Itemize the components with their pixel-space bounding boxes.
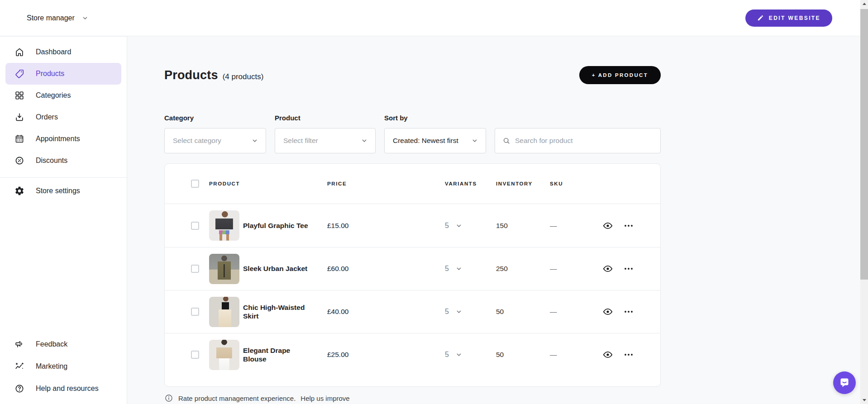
edit-website-button[interactable]: EDIT WEBSITE xyxy=(745,10,832,27)
sort-select[interactable]: Created: Newest first xyxy=(384,128,486,153)
main-content: Products (4 products) + ADD PRODUCT Cate… xyxy=(127,36,860,404)
vertical-scrollbar xyxy=(860,0,868,404)
preview-eye-button[interactable] xyxy=(602,306,613,317)
sidebar: Dashboard Products Categories Orders App… xyxy=(0,36,127,404)
page-title: Products xyxy=(164,68,218,82)
category-select[interactable]: Select category xyxy=(164,128,266,153)
variants-dropdown[interactable]: 5 xyxy=(445,265,496,273)
scroll-up-button[interactable] xyxy=(860,0,868,8)
sidebar-item-dashboard[interactable]: Dashboard xyxy=(0,41,127,63)
workspace-switcher[interactable]: Store manager xyxy=(27,14,89,22)
column-header-product: PRODUCT xyxy=(209,181,327,186)
product-count: (4 products) xyxy=(223,72,264,81)
column-header-inventory: INVENTORY xyxy=(496,181,550,186)
row-menu-button[interactable] xyxy=(623,263,634,274)
trend-sparkle-icon xyxy=(14,361,24,371)
table-row: Sleek Urban Jacket £60.00 5 250 — xyxy=(165,247,660,290)
row-menu-button[interactable] xyxy=(623,349,634,360)
row-menu-button[interactable] xyxy=(623,306,634,317)
home-icon xyxy=(14,47,24,57)
variants-count: 5 xyxy=(445,222,449,230)
row-checkbox[interactable] xyxy=(191,308,199,316)
sidebar-item-feedback[interactable]: Feedback xyxy=(0,333,127,355)
row-menu-button[interactable] xyxy=(623,220,634,231)
edit-website-label: EDIT WEBSITE xyxy=(769,15,820,21)
product-name[interactable]: Playful Graphic Tee xyxy=(243,221,310,230)
scroll-down-button[interactable] xyxy=(860,396,868,404)
sidebar-item-label: Feedback xyxy=(36,340,67,348)
sidebar-item-label: Help and resources xyxy=(36,385,99,393)
product-filter-value: Select filter xyxy=(283,137,318,145)
product-name[interactable]: Elegant Drape Blouse xyxy=(243,346,310,364)
product-inventory: 50 xyxy=(496,308,550,316)
gear-icon xyxy=(14,186,24,196)
sidebar-item-help[interactable]: Help and resources xyxy=(0,377,127,399)
column-header-sku: SKU xyxy=(550,181,602,186)
chevron-down-icon xyxy=(455,351,463,358)
product-photo-chic-high-waisted-skirt[interactable] xyxy=(209,297,239,327)
scrollbar-thumb[interactable] xyxy=(860,9,868,280)
grid-icon xyxy=(14,90,24,100)
category-filter-label: Category xyxy=(164,114,266,122)
category-select-value: Select category xyxy=(173,137,221,145)
sidebar-item-label: Products xyxy=(36,70,64,78)
add-product-button[interactable]: + ADD PRODUCT xyxy=(579,66,661,84)
chat-launcher-button[interactable] xyxy=(833,371,856,394)
product-filter-select[interactable]: Select filter xyxy=(275,128,376,153)
product-sku: — xyxy=(550,265,602,273)
product-sku: — xyxy=(550,308,602,316)
preview-eye-button[interactable] xyxy=(602,263,613,274)
sidebar-item-label: Discounts xyxy=(36,157,67,165)
product-filter-label: Product xyxy=(275,114,376,122)
product-search xyxy=(495,128,661,153)
product-photo-sleek-urban-jacket[interactable] xyxy=(209,254,239,284)
table-row: Elegant Drape Blouse £25.00 5 50 — xyxy=(165,333,660,376)
product-price: £60.00 xyxy=(327,265,445,273)
sidebar-item-label: Categories xyxy=(36,91,71,100)
sidebar-item-store-settings[interactable]: Store settings xyxy=(0,180,127,202)
sidebar-item-label: Dashboard xyxy=(36,48,71,56)
tag-icon xyxy=(14,69,24,79)
variants-dropdown[interactable]: 5 xyxy=(445,308,496,316)
sidebar-item-label: Store settings xyxy=(36,187,80,195)
sort-select-value: Created: Newest first xyxy=(393,137,458,145)
table-body: Playful Graphic Tee £15.00 5 150 — Sleek… xyxy=(165,204,660,376)
preview-eye-button[interactable] xyxy=(602,220,613,231)
sidebar-item-products[interactable]: Products xyxy=(5,63,121,85)
sidebar-item-orders[interactable]: Orders xyxy=(0,106,127,128)
rate-experience-link[interactable]: Help us improve xyxy=(300,394,349,402)
variants-dropdown[interactable]: 5 xyxy=(445,222,496,230)
variants-count: 5 xyxy=(445,351,449,359)
chevron-down-icon xyxy=(251,137,258,144)
row-checkbox[interactable] xyxy=(191,222,199,230)
product-photo-playful-graphic-tee[interactable] xyxy=(209,210,239,241)
sidebar-item-discounts[interactable]: Discounts xyxy=(0,150,127,171)
table-row: Playful Graphic Tee £15.00 5 150 — xyxy=(165,204,660,247)
top-bar: Store manager EDIT WEBSITE xyxy=(0,0,860,36)
product-inventory: 150 xyxy=(496,222,550,230)
product-photo-elegant-drape-blouse[interactable] xyxy=(209,340,239,370)
select-all-checkbox[interactable] xyxy=(191,180,199,188)
sidebar-divider xyxy=(0,177,127,178)
row-checkbox[interactable] xyxy=(191,265,199,273)
help-circle-icon xyxy=(14,384,24,394)
products-table: PRODUCT PRICE VARIANTS INVENTORY SKU Pla… xyxy=(164,163,661,387)
product-name[interactable]: Sleek Urban Jacket xyxy=(243,264,310,273)
search-input[interactable] xyxy=(515,137,654,145)
sidebar-footer: Feedback Marketing Help and resources xyxy=(0,333,127,404)
preview-eye-button[interactable] xyxy=(602,349,613,360)
row-checkbox[interactable] xyxy=(191,351,199,359)
variants-count: 5 xyxy=(445,265,449,273)
sidebar-item-categories[interactable]: Categories xyxy=(0,85,127,106)
product-inventory: 50 xyxy=(496,351,550,359)
product-inventory: 250 xyxy=(496,265,550,273)
discount-badge-icon xyxy=(14,156,24,166)
chevron-down-icon xyxy=(455,222,463,229)
pencil-icon xyxy=(757,14,764,21)
chevron-down-icon xyxy=(471,137,478,144)
sidebar-item-label: Orders xyxy=(36,113,58,121)
sidebar-item-marketing[interactable]: Marketing xyxy=(0,355,127,377)
product-name[interactable]: Chic High-Waisted Skirt xyxy=(243,303,310,321)
sidebar-item-appointments[interactable]: Appointments xyxy=(0,128,127,150)
variants-dropdown[interactable]: 5 xyxy=(445,351,496,359)
